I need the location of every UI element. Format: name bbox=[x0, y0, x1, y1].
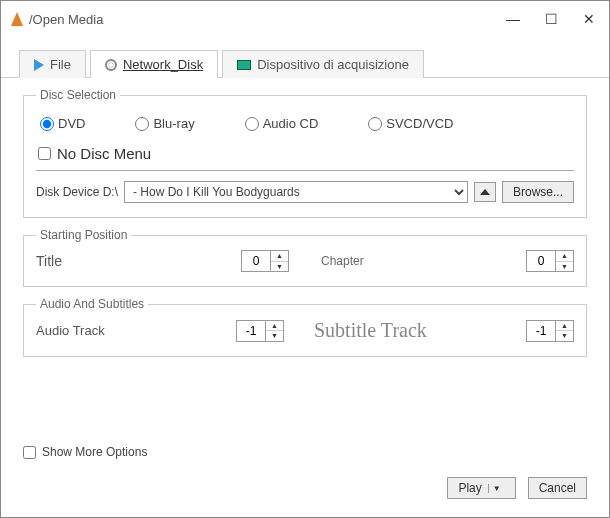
disc-type-row: DVD Blu-ray Audio CD SVCD/VCD bbox=[36, 110, 574, 141]
up-icon[interactable]: ▲ bbox=[266, 321, 283, 332]
down-icon[interactable]: ▼ bbox=[556, 262, 573, 272]
play-dropdown-icon[interactable]: ▼ bbox=[488, 484, 505, 493]
up-icon[interactable]: ▲ bbox=[556, 321, 573, 332]
down-icon[interactable]: ▼ bbox=[556, 331, 573, 341]
chapter-input[interactable] bbox=[527, 251, 555, 271]
eject-icon bbox=[480, 189, 490, 195]
radio-dvd[interactable]: DVD bbox=[40, 116, 85, 131]
radio-bluray[interactable]: Blu-ray bbox=[135, 116, 194, 131]
eject-button[interactable] bbox=[474, 182, 496, 202]
starting-position-group: Starting Position Title ▲▼ Chapter ▲▼ bbox=[23, 228, 587, 287]
minimize-button[interactable]: — bbox=[503, 11, 523, 27]
tab-file[interactable]: File bbox=[19, 50, 86, 78]
audio-legend: Audio And Subtitles bbox=[36, 297, 148, 311]
show-more-checkbox[interactable] bbox=[23, 446, 36, 459]
chapter-spinner[interactable]: ▲▼ bbox=[526, 250, 574, 272]
radio-svcd[interactable]: SVCD/VCD bbox=[368, 116, 453, 131]
up-icon[interactable]: ▲ bbox=[271, 251, 288, 262]
disc-selection-legend: Disc Selection bbox=[36, 88, 120, 102]
down-icon[interactable]: ▼ bbox=[266, 331, 283, 341]
maximize-button[interactable]: ☐ bbox=[541, 11, 561, 27]
open-media-window: /Open Media — ☐ ✕ File Network_Disk Disp… bbox=[0, 0, 610, 518]
up-icon[interactable]: ▲ bbox=[556, 251, 573, 262]
window-title: /Open Media bbox=[29, 12, 503, 27]
tab-device[interactable]: Dispositivo di acquisizione bbox=[222, 50, 424, 78]
cancel-button[interactable]: Cancel bbox=[528, 477, 587, 499]
subtitle-track-input[interactable] bbox=[527, 321, 555, 341]
no-menu-row: No Disc Menu bbox=[36, 141, 574, 171]
title-spinner[interactable]: ▲▼ bbox=[241, 250, 289, 272]
audio-track-spinner[interactable]: ▲▼ bbox=[236, 320, 284, 342]
title-label: Title bbox=[36, 253, 221, 269]
close-button[interactable]: ✕ bbox=[579, 11, 599, 27]
audio-track-input[interactable] bbox=[237, 321, 265, 341]
subtitle-track-spinner[interactable]: ▲▼ bbox=[526, 320, 574, 342]
disc-icon bbox=[105, 59, 117, 71]
tab-file-label: File bbox=[50, 57, 71, 72]
position-legend: Starting Position bbox=[36, 228, 131, 242]
subtitle-track-label: Subtitle Track bbox=[314, 319, 506, 342]
tabs: File Network_Disk Dispositivo di acquisi… bbox=[1, 49, 609, 78]
show-more-options[interactable]: Show More Options bbox=[23, 445, 587, 459]
window-controls: — ☐ ✕ bbox=[503, 11, 599, 27]
file-icon bbox=[34, 59, 44, 71]
play-label: Play bbox=[458, 481, 481, 495]
vlc-icon bbox=[11, 12, 23, 26]
tab-disk[interactable]: Network_Disk bbox=[90, 50, 218, 78]
down-icon[interactable]: ▼ bbox=[271, 262, 288, 272]
browse-button[interactable]: Browse... bbox=[502, 181, 574, 203]
position-row: Title ▲▼ Chapter ▲▼ bbox=[36, 250, 574, 272]
audio-subtitles-group: Audio And Subtitles Audio Track ▲▼ Subti… bbox=[23, 297, 587, 357]
no-menu-checkbox[interactable] bbox=[38, 147, 51, 160]
no-menu-label: No Disc Menu bbox=[57, 145, 151, 162]
body: Disc Selection DVD Blu-ray Audio CD SVCD… bbox=[1, 78, 609, 433]
tab-disk-label: Network_Disk bbox=[123, 57, 203, 72]
tab-device-label: Dispositivo di acquisizione bbox=[257, 57, 409, 72]
disc-selection-group: Disc Selection DVD Blu-ray Audio CD SVCD… bbox=[23, 88, 587, 218]
title-input[interactable] bbox=[242, 251, 270, 271]
chapter-label: Chapter bbox=[321, 254, 506, 268]
audio-track-label: Audio Track bbox=[36, 323, 216, 338]
audio-row: Audio Track ▲▼ Subtitle Track ▲▼ bbox=[36, 319, 574, 342]
play-button[interactable]: Play ▼ bbox=[447, 477, 515, 499]
show-more-label: Show More Options bbox=[42, 445, 147, 459]
device-row: Disk Device D:\ - How Do I Kill You Body… bbox=[36, 181, 574, 203]
footer: Show More Options Play ▼ Cancel bbox=[1, 433, 609, 517]
device-label: Disk Device D:\ bbox=[36, 185, 118, 199]
radio-audiocd[interactable]: Audio CD bbox=[245, 116, 319, 131]
device-icon bbox=[237, 60, 251, 70]
action-row: Play ▼ Cancel bbox=[23, 477, 587, 499]
titlebar: /Open Media — ☐ ✕ bbox=[1, 1, 609, 37]
device-select[interactable]: - How Do I Kill You Bodyguards bbox=[124, 181, 468, 203]
